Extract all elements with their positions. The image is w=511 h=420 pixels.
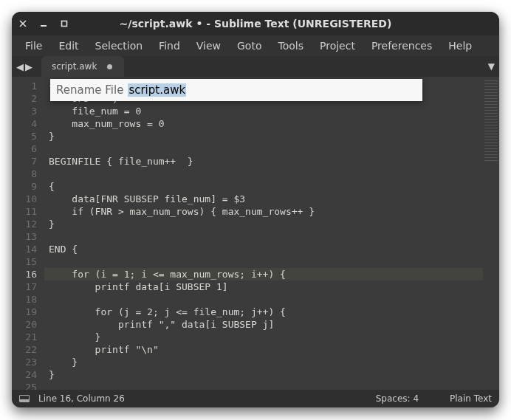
line-number: 17 (15, 280, 37, 293)
svg-rect-0 (62, 21, 67, 27)
status-indent[interactable]: Spaces: 4 (376, 393, 419, 404)
minimize-icon[interactable] (40, 20, 47, 27)
code-line[interactable] (44, 293, 483, 306)
nav-forward-icon[interactable]: ▶ (25, 61, 32, 72)
menu-project[interactable]: Project (312, 38, 363, 54)
minimap-preview (484, 80, 498, 161)
tabbar: ◀ ▶ script.awk ▼ (12, 56, 499, 77)
code-line[interactable]: data[FNR SUBSEP file_num] = $3 (44, 193, 483, 205)
line-number: 18 (15, 293, 37, 306)
code-line[interactable]: END { (44, 243, 483, 255)
code-line[interactable]: printf data[i SUBSEP 1] (44, 280, 483, 293)
window-controls (19, 20, 100, 27)
status-position[interactable]: Line 16, Column 26 (38, 393, 125, 404)
code-line[interactable]: } (44, 356, 483, 368)
line-number: 3 (15, 105, 37, 117)
code-line[interactable]: max_num_rows = 0 (44, 117, 483, 130)
app-window: ~/script.awk • - Sublime Text (UNREGISTE… (12, 12, 499, 407)
code-line[interactable]: { (44, 180, 483, 193)
code-line[interactable]: file_num = 0 (44, 105, 483, 117)
code-line[interactable]: if (FNR > max_num_rows) { max_num_rows++… (44, 205, 483, 218)
code-line[interactable]: printf "\n" (44, 343, 483, 356)
code-line[interactable] (44, 255, 483, 268)
code-line[interactable]: for (i = 1; i <= max_num_rows; i++) { (44, 268, 483, 280)
line-number: 21 (15, 331, 37, 343)
line-number: 11 (15, 205, 37, 218)
dirty-indicator-icon (107, 64, 112, 69)
tab-history-nav: ◀ ▶ (12, 56, 37, 77)
nav-back-icon[interactable]: ◀ (16, 61, 24, 72)
menu-preferences[interactable]: Preferences (364, 38, 439, 54)
code-line[interactable] (44, 142, 483, 155)
line-number: 1 (15, 80, 37, 92)
line-number: 6 (15, 142, 37, 155)
code-line[interactable]: } (44, 218, 483, 230)
line-number: 2 (15, 92, 37, 105)
line-number: 24 (15, 368, 37, 381)
code-line[interactable]: } (44, 130, 483, 142)
code-line[interactable] (44, 168, 483, 180)
menu-selection[interactable]: Selection (88, 38, 151, 54)
line-number: 7 (15, 155, 37, 168)
line-number: 12 (15, 218, 37, 230)
line-number: 13 (15, 230, 37, 243)
line-number: 15 (15, 255, 37, 268)
code-line[interactable] (44, 381, 483, 390)
menubar: FileEditSelectionFindViewGotoToolsProjec… (12, 35, 499, 56)
code-line[interactable]: printf "," data[i SUBSEP j] (44, 318, 483, 331)
tab-script-awk[interactable]: script.awk (41, 56, 124, 77)
code-line[interactable]: BEGINFILE { file_num++ } (44, 155, 483, 168)
menu-find[interactable]: Find (151, 38, 188, 54)
line-number: 10 (15, 193, 37, 205)
line-number: 16 (15, 268, 37, 280)
line-number: 25 (15, 381, 37, 390)
maximize-icon[interactable] (61, 20, 68, 27)
rename-file-prompt: Rename File script.awk (50, 79, 422, 101)
menu-view[interactable]: View (189, 38, 228, 54)
code-line[interactable]: } (44, 368, 483, 381)
rename-label: Rename File (56, 83, 123, 97)
line-number: 5 (15, 130, 37, 142)
line-number: 8 (15, 168, 37, 180)
panel-toggle-icon[interactable] (19, 395, 30, 402)
code-area[interactable]: { OFS = "," file_num = 0 max_num_rows = … (44, 77, 483, 390)
line-number: 22 (15, 343, 37, 356)
line-number: 20 (15, 318, 37, 331)
menu-edit[interactable]: Edit (51, 38, 86, 54)
line-number: 19 (15, 306, 37, 318)
statusbar: Line 16, Column 26 Spaces: 4 Plain Text (12, 390, 499, 407)
code-line[interactable] (44, 230, 483, 243)
editor: 1234567891011121314151617181920212223242… (12, 77, 499, 390)
line-number: 4 (15, 117, 37, 130)
status-syntax[interactable]: Plain Text (450, 393, 492, 404)
tab-label: script.awk (52, 61, 97, 72)
menu-file[interactable]: File (18, 38, 49, 54)
minimap[interactable] (483, 77, 499, 390)
code-line[interactable]: for (j = 2; j <= file_num; j++) { (44, 306, 483, 318)
menu-tools[interactable]: Tools (270, 38, 311, 54)
tab-overflow-icon[interactable]: ▼ (488, 56, 495, 77)
line-number: 9 (15, 180, 37, 193)
code-line[interactable]: } (44, 331, 483, 343)
menu-goto[interactable]: Goto (230, 38, 269, 54)
window-title: ~/script.awk • - Sublime Text (UNREGISTE… (100, 18, 411, 30)
titlebar: ~/script.awk • - Sublime Text (UNREGISTE… (12, 12, 499, 35)
line-number: 23 (15, 356, 37, 368)
menu-help[interactable]: Help (441, 38, 479, 54)
close-icon[interactable] (19, 20, 27, 27)
line-number-gutter: 1234567891011121314151617181920212223242… (12, 77, 44, 390)
line-number: 14 (15, 243, 37, 255)
rename-input[interactable]: script.awk (128, 83, 186, 97)
